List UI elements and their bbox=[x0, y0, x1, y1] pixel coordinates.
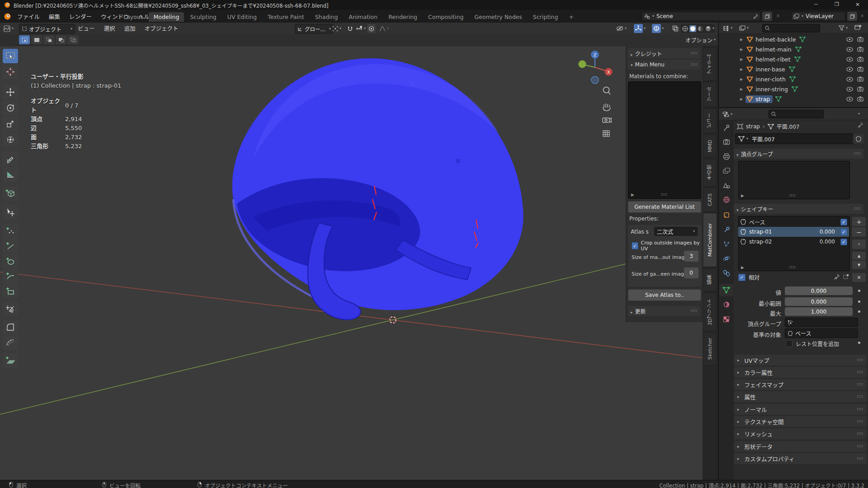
tool-add-arc[interactable] bbox=[3, 269, 18, 283]
select-mode-invert-button[interactable] bbox=[56, 35, 66, 44]
shading-rendered-button[interactable] bbox=[705, 25, 712, 32]
list-resize-grip[interactable]: ∷∷ bbox=[661, 192, 668, 197]
disable-render-icon[interactable] bbox=[857, 76, 863, 82]
maximize-button[interactable]: ❐ bbox=[826, 0, 847, 10]
tab-view-layer[interactable] bbox=[719, 164, 733, 177]
list-resize-grip[interactable]: ∷∷ bbox=[789, 265, 796, 270]
disable-render-icon[interactable] bbox=[857, 37, 863, 42]
tool-scale[interactable] bbox=[3, 117, 18, 131]
outliner-row[interactable]: ▶ helmet-main bbox=[719, 44, 868, 54]
expand-icon[interactable]: ▶ bbox=[740, 47, 743, 52]
panel-remesh[interactable]: ▸リメッシュ∷∷ bbox=[734, 428, 867, 439]
workspace-tab-sculpting[interactable]: Sculpting bbox=[185, 12, 221, 22]
panel-attributes[interactable]: ▸属性∷∷ bbox=[734, 391, 867, 402]
shapekey-pin-icon[interactable] bbox=[834, 274, 840, 280]
value-slider[interactable]: 0.000 bbox=[785, 286, 853, 295]
minimize-button[interactable]: ─ bbox=[806, 0, 826, 10]
tool-add-line[interactable] bbox=[3, 239, 18, 253]
pin-id-icon[interactable] bbox=[857, 122, 863, 128]
range-min-slider[interactable]: 0.000 bbox=[785, 297, 853, 306]
npanel-tab-misc[interactable]: その他 bbox=[703, 159, 717, 187]
vgroup-field[interactable] bbox=[785, 318, 858, 327]
npanel-tab-tool[interactable]: ツール bbox=[703, 82, 717, 107]
panel-grip-icon[interactable]: ∷∷ bbox=[691, 51, 698, 56]
max-slider[interactable]: 1.000 bbox=[785, 307, 853, 316]
object-name[interactable]: helmet-backle bbox=[755, 36, 796, 43]
properties-search-input[interactable] bbox=[769, 110, 824, 118]
disable-render-icon[interactable] bbox=[857, 86, 863, 92]
npanel-tab-edit[interactable]: 編集 bbox=[703, 268, 717, 291]
viewport-menu-view[interactable]: ビュー bbox=[73, 24, 99, 33]
vertex-groups-panel-header[interactable]: ▾頂点グループ ∷∷ bbox=[734, 149, 863, 159]
npanel-tab-item[interactable]: アイテム bbox=[703, 47, 717, 81]
transform-orientation-dropdown[interactable]: グロー... ▾ bbox=[295, 24, 334, 34]
menu-edit[interactable]: 編集 bbox=[44, 12, 65, 21]
panel-custom-properties[interactable]: ▸カスタムプロパティ∷∷ bbox=[734, 453, 867, 464]
panel-grip-icon[interactable]: ∷∷ bbox=[691, 62, 698, 67]
hide-eye-icon[interactable] bbox=[846, 67, 853, 72]
panel-geometry-data[interactable]: ▸形状データ∷∷ bbox=[734, 441, 867, 452]
expand-icon[interactable]: ▶ bbox=[740, 77, 743, 81]
shapekey-move-up-button[interactable]: ▲ bbox=[852, 251, 866, 260]
generate-material-list-button[interactable]: Generate Material List bbox=[628, 201, 701, 213]
outliner-display-mode-dropdown[interactable]: ▾ bbox=[722, 23, 734, 33]
outliner-row[interactable]: ▶ inner-string bbox=[719, 84, 868, 94]
shapekey-value[interactable]: 0.000 bbox=[820, 239, 835, 245]
panel-normals[interactable]: ▸ノーマル∷∷ bbox=[734, 404, 867, 415]
workspace-tab-animation[interactable]: Animation bbox=[344, 12, 382, 22]
shapekey-mute-checkbox[interactable]: ✓ bbox=[840, 219, 847, 225]
expand-icon[interactable]: ▶ bbox=[740, 67, 743, 71]
tool-transform[interactable] bbox=[3, 132, 18, 147]
expand-icon[interactable]: ▶ bbox=[740, 97, 743, 101]
pan-hand-icon[interactable] bbox=[603, 103, 610, 111]
crop-checkbox[interactable]: ✓ bbox=[632, 242, 638, 249]
tab-object[interactable] bbox=[719, 209, 733, 221]
animate-dot[interactable] bbox=[858, 342, 860, 344]
disable-render-icon[interactable] bbox=[857, 96, 863, 102]
panel-color-attributes[interactable]: ▸カラー属性∷∷ bbox=[734, 367, 867, 378]
shapekey-value[interactable]: 0.000 bbox=[820, 229, 835, 235]
tab-particles[interactable] bbox=[719, 238, 733, 250]
viewlayer-delete-button[interactable]: ✕ bbox=[858, 12, 866, 21]
shapekey-mute-checkbox[interactable]: ✓ bbox=[840, 229, 847, 235]
list-expand-icon[interactable]: ▶ bbox=[741, 265, 744, 270]
outliner-search-input[interactable] bbox=[762, 24, 820, 33]
proportional-falloff-dropdown[interactable]: ▾ bbox=[378, 24, 390, 33]
properties-options-dropdown[interactable]: ▾ bbox=[858, 112, 860, 116]
npanel-tab-sketcher[interactable]: Sketcher bbox=[703, 332, 717, 366]
zoom-icon[interactable] bbox=[604, 87, 611, 95]
list-expand-icon[interactable]: ▶ bbox=[741, 193, 744, 198]
panel-grip-icon[interactable]: ∷∷ bbox=[691, 309, 698, 313]
workspace-tab-uv-editing[interactable]: UV Editing bbox=[222, 12, 262, 22]
expand-icon[interactable]: ▶ bbox=[740, 57, 743, 61]
navigation-gizmo[interactable]: Z X bbox=[579, 51, 613, 84]
list-expand-icon[interactable]: ▶ bbox=[631, 192, 634, 197]
credits-section-header[interactable]: ▸クレジット ∷∷ bbox=[628, 48, 700, 58]
panel-face-maps[interactable]: ▸フェイスマップ∷∷ bbox=[734, 379, 867, 390]
expand-icon[interactable]: ▶ bbox=[740, 38, 743, 42]
atlas-mode-dropdown[interactable]: 二次式 ▾ bbox=[654, 227, 698, 236]
workspace-tab-add[interactable]: + bbox=[564, 12, 578, 22]
pin-icon[interactable] bbox=[753, 14, 758, 19]
shapekey-clear-button[interactable]: ✕ bbox=[852, 272, 866, 282]
mode-dropdown[interactable]: オブジェクト ▾ bbox=[19, 24, 75, 34]
workspace-tab-scripting[interactable]: Scripting bbox=[528, 12, 563, 22]
expand-icon[interactable]: ▶ bbox=[740, 87, 743, 91]
shapekey-row[interactable]: strap-02 0.000 ✓ bbox=[738, 237, 849, 247]
hide-eye-icon[interactable] bbox=[846, 97, 853, 102]
hide-eye-icon[interactable] bbox=[846, 37, 853, 42]
shapekey-remove-button[interactable]: − bbox=[852, 227, 866, 237]
tool-rotate[interactable] bbox=[3, 101, 18, 115]
tool-measure[interactable] bbox=[3, 167, 18, 182]
proportional-editing-toggle[interactable] bbox=[367, 24, 376, 33]
tool-add-point[interactable] bbox=[3, 224, 18, 238]
shading-wireframe-button[interactable] bbox=[682, 25, 689, 32]
options-dropdown[interactable]: オプション ▾ bbox=[677, 35, 717, 44]
shapekey-mute-checkbox[interactable]: ✓ bbox=[840, 239, 847, 245]
menu-render[interactable]: レンダー bbox=[65, 12, 96, 21]
new-collection-button[interactable] bbox=[854, 24, 862, 30]
npanel-tab-3dprint[interactable]: 3Dプリント bbox=[703, 292, 717, 331]
object-name[interactable]: inner-string bbox=[755, 86, 788, 93]
viewlayer-copy-button[interactable] bbox=[847, 12, 857, 21]
fake-user-shield-button[interactable] bbox=[853, 133, 864, 144]
